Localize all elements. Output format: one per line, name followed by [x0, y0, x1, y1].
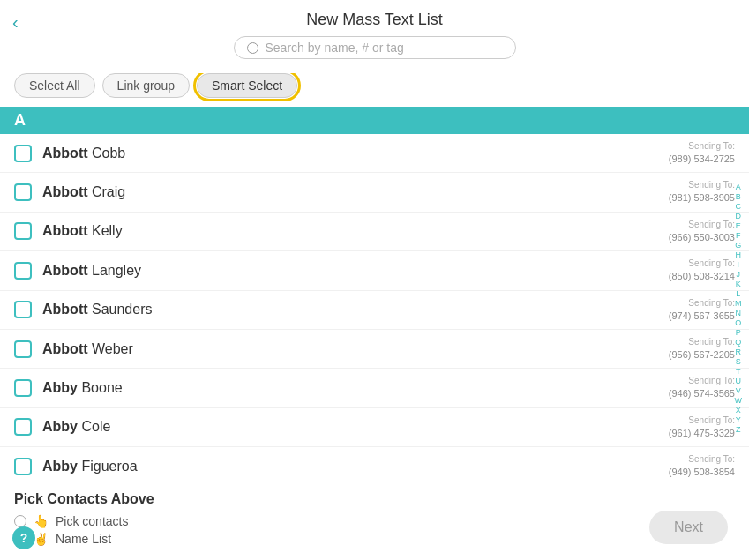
sending-info: Sending To: (981) 598-3905 — [669, 179, 735, 205]
page-title: New Mass Text List — [14, 11, 735, 29]
contact-checkbox[interactable] — [14, 301, 32, 318]
contact-checkbox[interactable] — [14, 183, 32, 201]
screen: ‹ New Mass Text List Search by name, # o… — [0, 0, 749, 560]
alpha-letter[interactable]: Q — [735, 338, 743, 347]
alpha-letter[interactable]: P — [735, 328, 743, 337]
contact-name: Abbott Saunders — [42, 302, 669, 317]
pick-contacts-option[interactable]: 👆 Pick contacts — [14, 514, 735, 528]
alpha-letter[interactable]: I — [735, 260, 743, 269]
alpha-letter[interactable]: M — [735, 299, 743, 308]
contact-checkbox[interactable] — [14, 340, 32, 358]
sending-info: Sending To: (974) 567-3655 — [669, 297, 735, 323]
sending-info: Sending To: (989) 534-2725 — [669, 140, 735, 166]
help-button[interactable]: ? — [12, 526, 35, 549]
contact-checkbox[interactable] — [14, 222, 32, 240]
search-bar[interactable]: Search by name, # or tag — [234, 36, 516, 59]
table-row[interactable]: Abbott Saunders Sending To: (974) 567-36… — [0, 291, 749, 330]
alpha-letter[interactable]: Z — [735, 425, 743, 434]
table-row[interactable]: Abbott Kelly Sending To: (966) 550-3003 — [0, 213, 749, 251]
sending-info: Sending To: (850) 508-3214 — [669, 258, 735, 283]
table-row[interactable]: Abbott Cobb Sending To: (989) 534-2725 — [0, 134, 749, 173]
footer-options: 👆 Pick contacts ✌ Name List — [14, 514, 735, 546]
table-row[interactable]: Abbott Langley Sending To: (850) 508-321… — [0, 251, 749, 290]
alpha-letter[interactable]: J — [735, 270, 743, 279]
sending-info: Sending To: (949) 508-3854 — [669, 453, 735, 479]
search-row: Search by name, # or tag — [14, 36, 735, 59]
contact-checkbox[interactable] — [14, 379, 32, 397]
table-row[interactable]: Abby Boone Sending To: (946) 574-3565 — [0, 369, 749, 407]
contact-checkbox[interactable] — [14, 458, 32, 475]
alpha-letter[interactable]: G — [735, 241, 743, 250]
contact-name: Abbott Langley — [42, 263, 669, 279]
alpha-letter[interactable]: N — [735, 309, 743, 317]
alpha-letter[interactable]: T — [735, 367, 743, 376]
name-list-option[interactable]: ✌ Name List — [14, 532, 735, 546]
sending-info: Sending To: (956) 567-2205 — [669, 336, 735, 362]
toolbar: Select All Link group Smart Select — [0, 73, 749, 107]
select-all-button[interactable]: Select All — [14, 73, 95, 98]
alpha-letter[interactable]: V — [735, 386, 743, 395]
name-list-emoji: ✌ — [34, 532, 49, 546]
alpha-letter[interactable]: S — [735, 357, 743, 366]
alpha-letter[interactable]: C — [735, 202, 743, 211]
contact-name: Abby Figueroa — [42, 459, 669, 474]
header: ‹ New Mass Text List Search by name, # o… — [0, 0, 749, 73]
alpha-letter[interactable]: R — [735, 347, 743, 356]
table-row[interactable]: Abby Cole Sending To: (961) 475-3329 — [0, 408, 749, 447]
contact-name: Abbott Kelly — [42, 223, 669, 239]
contact-name: Abby Boone — [42, 380, 669, 396]
pick-contacts-radio[interactable] — [14, 515, 26, 527]
footer-title: Pick Contacts Above — [14, 491, 735, 507]
footer: Pick Contacts Above 👆 Pick contacts ✌ Na… — [0, 482, 749, 560]
contact-name: Abbott Craig — [42, 184, 669, 200]
contact-checkbox[interactable] — [14, 145, 32, 162]
next-button[interactable]: Next — [649, 511, 728, 544]
table-row[interactable]: Abbott Weber Sending To: (956) 567-2205 — [0, 330, 749, 369]
alpha-letter[interactable]: L — [735, 289, 743, 298]
contact-name: Abbott Cobb — [42, 146, 669, 161]
alpha-letter[interactable]: X — [735, 406, 743, 414]
alpha-letter[interactable]: E — [735, 221, 743, 230]
sending-info: Sending To: (946) 574-3565 — [669, 375, 735, 400]
sending-info: Sending To: (966) 550-3003 — [669, 219, 735, 244]
search-placeholder: Search by name, # or tag — [266, 41, 404, 55]
back-button[interactable]: ‹ — [12, 12, 19, 33]
alpha-letter[interactable]: A — [735, 183, 743, 191]
name-list-label: Name List — [56, 532, 111, 546]
contact-name: Abbott Weber — [42, 341, 669, 357]
alpha-letter[interactable]: U — [735, 377, 743, 385]
alpha-letter[interactable]: Y — [735, 415, 743, 424]
alpha-letter[interactable]: W — [735, 396, 743, 405]
sending-info: Sending To: (961) 475-3329 — [669, 414, 735, 440]
alpha-letter[interactable]: K — [735, 280, 743, 288]
table-row[interactable]: Abby Figueroa Sending To: (949) 508-3854 — [0, 447, 749, 482]
alpha-letter[interactable]: F — [735, 231, 743, 240]
pick-contacts-emoji: 👆 — [34, 514, 49, 528]
contact-name: Abby Cole — [42, 419, 669, 435]
alpha-letter[interactable]: H — [735, 250, 743, 259]
smart-select-button[interactable]: Smart Select — [197, 73, 297, 98]
pick-contacts-label: Pick contacts — [56, 514, 128, 528]
alpha-letter[interactable]: B — [735, 192, 743, 201]
search-radio-icon — [247, 42, 258, 54]
link-group-button[interactable]: Link group — [102, 73, 190, 98]
table-row[interactable]: Abbott Craig Sending To: (981) 598-3905 — [0, 173, 749, 212]
alpha-letter[interactable]: O — [735, 318, 743, 327]
contact-list[interactable]: Abbott Cobb Sending To: (989) 534-2725 A… — [0, 134, 749, 482]
contact-checkbox[interactable] — [14, 418, 32, 436]
alpha-letter[interactable]: D — [735, 212, 743, 220]
section-header: A — [0, 107, 749, 134]
contact-checkbox[interactable] — [14, 262, 32, 280]
alpha-index[interactable]: ABCDEFGHIJKLMNOPQRSTUVWXYZ — [735, 183, 743, 434]
